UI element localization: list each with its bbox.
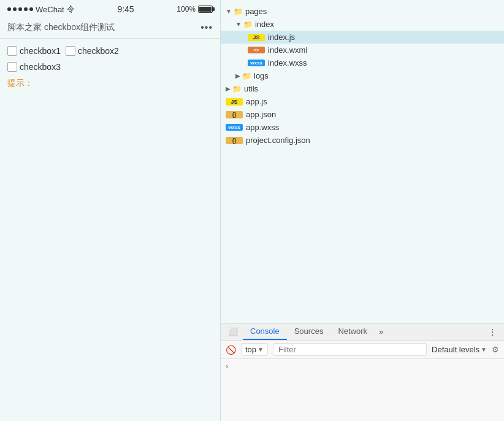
tree-item-app-json[interactable]: {} app.json bbox=[221, 108, 504, 121]
folder-icon-index: 📁 bbox=[243, 20, 253, 29]
battery-bar bbox=[198, 6, 213, 13]
tree-item-pages[interactable]: ▼ 📁 pages bbox=[221, 5, 504, 18]
wifi-icon: 令 bbox=[67, 4, 75, 15]
checkbox-item-2[interactable]: checkbox2 bbox=[66, 46, 119, 56]
dot-2 bbox=[13, 7, 17, 11]
tree-label-project-config: project.config.json bbox=[246, 136, 310, 145]
tab-sources[interactable]: Sources bbox=[287, 323, 331, 340]
checkbox-box-2[interactable] bbox=[66, 46, 75, 56]
checkbox-label-1: checkbox1 bbox=[20, 46, 61, 56]
phone-status-bar: WeChat 令 9:45 100% bbox=[0, 0, 220, 18]
checkbox-item-1[interactable]: checkbox1 bbox=[7, 46, 61, 56]
ide-panel: ▼ 📁 pages ▼ 📁 index JS index.js <> index… bbox=[221, 0, 504, 421]
badge-js-2: JS bbox=[226, 98, 243, 106]
tree-item-index-js[interactable]: JS index.js bbox=[221, 31, 504, 44]
console-toolbar: 🚫 top ▼ Default levels ▼ ⚙ bbox=[221, 341, 504, 359]
console-tab-icon[interactable]: ⬜ bbox=[223, 324, 243, 339]
badge-json-1: {} bbox=[226, 111, 243, 118]
tree-label-index: index bbox=[255, 20, 274, 29]
tree-item-app-js[interactable]: JS app.js bbox=[221, 95, 504, 108]
console-panel: ⬜ Console Sources Network » ⋮ 🚫 top ▼ De… bbox=[221, 323, 504, 421]
clock-display: 9:45 bbox=[117, 4, 134, 14]
default-levels-selector[interactable]: Default levels ▼ bbox=[432, 345, 487, 354]
badge-json-2: {} bbox=[226, 137, 243, 144]
tree-label-app-js: app.js bbox=[246, 97, 267, 106]
nav-more-button[interactable]: ••• bbox=[200, 22, 213, 33]
tree-item-logs[interactable]: ▶ 📁 logs bbox=[221, 69, 504, 82]
gear-icon[interactable]: ⚙ bbox=[492, 345, 499, 354]
checkbox-box-3[interactable] bbox=[7, 62, 17, 72]
battery-icon bbox=[198, 6, 213, 13]
filter-input[interactable] bbox=[273, 343, 427, 356]
file-tree: ▼ 📁 pages ▼ 📁 index JS index.js <> index… bbox=[221, 0, 504, 323]
console-more-button[interactable]: » bbox=[376, 324, 386, 339]
badge-xml-1: <> bbox=[248, 47, 265, 53]
checkbox-group-row2: checkbox3 bbox=[7, 62, 213, 72]
tree-item-index-wxml[interactable]: <> index.wxml bbox=[221, 44, 504, 56]
battery-fill bbox=[199, 7, 212, 12]
checkbox-label-2: checkbox2 bbox=[78, 46, 119, 56]
folder-icon-pages: 📁 bbox=[234, 7, 243, 16]
top-label: top bbox=[245, 345, 256, 354]
badge-js-1: JS bbox=[248, 34, 265, 41]
status-left: WeChat 令 bbox=[7, 4, 75, 15]
folder-icon-logs: 📁 bbox=[242, 72, 251, 80]
levels-dropdown-icon[interactable]: ▼ bbox=[481, 346, 487, 353]
dot-3 bbox=[18, 7, 22, 11]
phone-content: checkbox1 checkbox2 checkbox3 提示： bbox=[0, 39, 220, 421]
tree-label-index-wxml: index.wxml bbox=[268, 45, 307, 55]
tree-item-utils[interactable]: ▶ 📁 utils bbox=[221, 82, 504, 95]
tab-console[interactable]: Console bbox=[243, 323, 287, 340]
tree-label-app-wxss: app.wxss bbox=[246, 123, 279, 132]
context-dropdown-icon[interactable]: ▼ bbox=[258, 346, 264, 353]
arrow-pages: ▼ bbox=[226, 8, 232, 15]
arrow-index: ▼ bbox=[235, 21, 242, 28]
tree-label-logs: logs bbox=[254, 71, 269, 80]
tree-label-utils: utils bbox=[244, 84, 258, 93]
tree-item-app-wxss[interactable]: wxss app.wxss bbox=[221, 121, 504, 134]
checkbox-label-3: checkbox3 bbox=[20, 62, 61, 72]
clear-console-button[interactable]: 🚫 bbox=[226, 345, 236, 355]
folder-icon-utils: 📁 bbox=[232, 85, 242, 93]
phone-simulator: WeChat 令 9:45 100% 脚本之家 checkbox组件测试 •••… bbox=[0, 0, 221, 421]
arrow-logs: ▶ bbox=[235, 72, 240, 79]
battery-percent: 100% bbox=[177, 5, 196, 14]
console-prompt: › bbox=[226, 361, 499, 371]
tree-item-project-config[interactable]: {} project.config.json bbox=[221, 134, 504, 147]
default-levels-label: Default levels bbox=[432, 345, 479, 354]
console-settings-button[interactable]: ⋮ bbox=[484, 324, 502, 339]
checkbox-item-3[interactable]: checkbox3 bbox=[7, 62, 61, 72]
console-body: › bbox=[221, 359, 504, 421]
tree-item-index-folder[interactable]: ▼ 📁 index bbox=[221, 18, 504, 31]
tree-label-pages: pages bbox=[245, 7, 267, 16]
phone-nav-bar: 脚本之家 checkbox组件测试 ••• bbox=[0, 18, 220, 39]
tab-network[interactable]: Network bbox=[330, 323, 375, 340]
prompt-arrow: › bbox=[226, 361, 228, 371]
app-name-label: WeChat bbox=[36, 5, 64, 14]
console-tabs: ⬜ Console Sources Network » ⋮ bbox=[221, 323, 504, 341]
hint-text: 提示： bbox=[7, 78, 213, 89]
badge-wxss-2: wxss bbox=[226, 124, 243, 131]
checkbox-box-1[interactable] bbox=[7, 46, 17, 56]
context-selector[interactable]: top ▼ bbox=[241, 343, 268, 356]
checkbox-group-row1: checkbox1 checkbox2 bbox=[7, 46, 213, 56]
nav-title: 脚本之家 checkbox组件测试 bbox=[7, 22, 115, 33]
tree-label-index-wxss: index.wxss bbox=[268, 58, 307, 68]
dot-4 bbox=[24, 7, 28, 11]
dot-1 bbox=[7, 7, 11, 11]
dot-5 bbox=[29, 7, 33, 11]
signal-dots bbox=[7, 7, 33, 11]
badge-wxss-1: wxss bbox=[248, 60, 265, 66]
status-right: 100% bbox=[177, 5, 213, 14]
arrow-utils: ▶ bbox=[226, 85, 231, 92]
tree-label-index-js: index.js bbox=[268, 33, 295, 42]
tree-label-app-json: app.json bbox=[246, 110, 276, 119]
tree-item-index-wxss[interactable]: wxss index.wxss bbox=[221, 56, 504, 69]
